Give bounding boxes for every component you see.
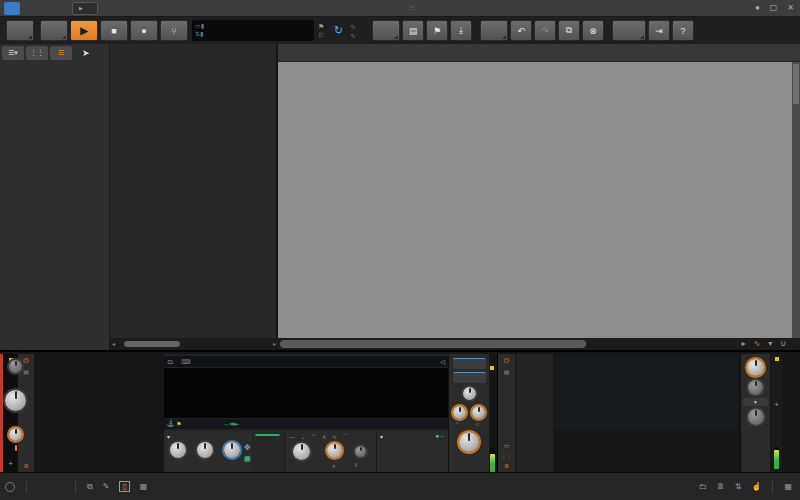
panel-drag-handle-icon[interactable]: ⁙: [408, 4, 416, 13]
dual-display-icon[interactable]: ⧉: [87, 482, 93, 492]
edit-menu-button[interactable]: [480, 20, 508, 41]
transport-toolbar: ▶ ■ ● ⑂ ▭▮⇅▮ ⚑⚐ ↻ ∿∿ ▤ ⚑ ⤓ ↶ ↷ ⧉ ⊗ ⇥ ?: [0, 17, 800, 44]
play-flag-icon[interactable]: ⚑: [176, 421, 181, 427]
grid-panel-toggle-icon[interactable]: ▦: [140, 482, 148, 491]
punch-in-out-icons[interactable]: ⚑⚐: [318, 22, 324, 40]
device-menu-button[interactable]: [612, 20, 646, 41]
env-mod-out-icon[interactable]: ●→: [435, 433, 445, 439]
pitch-knob[interactable]: [5, 390, 26, 411]
record-button[interactable]: ●: [130, 20, 158, 41]
touch-panel-icon[interactable]: ☝: [751, 482, 761, 491]
textures-title[interactable]: ▾: [167, 433, 170, 440]
filter-freq-knob[interactable]: [293, 443, 310, 460]
redo-button[interactable]: ↷: [534, 20, 556, 41]
window-close-icon[interactable]: ✕: [787, 3, 794, 12]
eq-global-column: ▾: [740, 354, 770, 472]
mixer-view-button[interactable]: ☲: [50, 46, 72, 60]
play-anchor-icon[interactable]: ⚓: [167, 421, 175, 427]
piano-keyboard-icon[interactable]: ▦: [784, 482, 792, 491]
tempo-groove-icons[interactable]: ▭▮⇅▮: [195, 22, 204, 38]
add-device-end-button[interactable]: +: [774, 400, 779, 409]
output-meter: [774, 447, 779, 469]
out-knob[interactable]: [459, 432, 479, 452]
marker-button[interactable]: ⚑: [426, 20, 448, 41]
file-menu-button[interactable]: [6, 20, 34, 41]
fx-chain-slot[interactable]: [453, 372, 486, 383]
grid-setting[interactable]: ▾: [768, 339, 772, 348]
shift-knob[interactable]: [748, 380, 763, 395]
save-button[interactable]: ▤: [402, 20, 424, 41]
launcher-panel-toggle-icon[interactable]: ▯: [119, 481, 129, 492]
browser-panel-icon[interactable]: 🗀: [699, 482, 707, 491]
amount-knob[interactable]: [747, 359, 764, 376]
tone-knob[interactable]: [472, 406, 485, 419]
arranger-vscrollbar[interactable]: [792, 62, 800, 338]
inspector-panel-icon[interactable]: 🗎: [717, 482, 725, 491]
plugin-window-button[interactable]: ⇥: [648, 20, 670, 41]
launcher-scrollbar[interactable]: ◂ ▸: [110, 338, 278, 350]
add-modulator-left-icon[interactable]: +: [8, 459, 13, 468]
window-maximize-icon[interactable]: ▢: [770, 3, 778, 12]
scroll-handle[interactable]: [280, 340, 586, 348]
pointer-tool-icon[interactable]: ➤: [82, 48, 90, 58]
io-panel-icon[interactable]: ⇅: [735, 482, 742, 491]
delete-button[interactable]: ⊗: [582, 20, 604, 41]
device-power-icon[interactable]: ⏻: [23, 357, 29, 365]
offset-len[interactable]: [255, 434, 280, 436]
move-xy-icon[interactable]: ✥: [244, 443, 251, 452]
window-settings-icon[interactable]: ●: [755, 3, 760, 12]
filter-shape-icons[interactable]: — ⌄ ⌃ ∧ ∿ ⌒: [289, 433, 351, 442]
envelope-title[interactable]: ▾: [380, 433, 383, 440]
play-menu-button[interactable]: [40, 20, 68, 41]
snap-magnet-icon[interactable]: ∪: [780, 339, 786, 348]
export-button[interactable]: ⤓: [450, 20, 472, 41]
glide-knob[interactable]: [9, 428, 22, 441]
add-menu-button[interactable]: [372, 20, 400, 41]
width-knob[interactable]: [453, 406, 466, 419]
waveform-view[interactable]: [164, 368, 448, 418]
audition-icon[interactable]: ◁: [440, 356, 445, 367]
undo-button[interactable]: ↶: [510, 20, 532, 41]
filter-res-knob[interactable]: [327, 443, 342, 458]
arranger-hscrollbar[interactable]: ▸ ∿ ▾ ∪: [278, 338, 800, 350]
loop-mode-icons[interactable]: →⇉⇤: [223, 421, 239, 427]
follow-playhead-icon[interactable]: ▸: [741, 339, 745, 348]
pan-knob[interactable]: [463, 387, 476, 400]
sampler-device-tab[interactable]: ⏻ ▤ ≋: [18, 354, 34, 472]
select-knob[interactable]: [9, 360, 22, 373]
eq-power-icon[interactable]: ⏻: [504, 357, 510, 365]
motion-knob[interactable]: [224, 442, 240, 458]
help-button[interactable]: ?: [672, 20, 694, 41]
duplicate-button[interactable]: ⧉: [558, 20, 580, 41]
play-button[interactable]: ▶: [70, 20, 98, 41]
eq-device-tab[interactable]: ⏻ ▤ ▭ ⋮⋮ ≋: [497, 354, 515, 472]
stop-button[interactable]: ■: [100, 20, 128, 41]
grain-knob[interactable]: [197, 442, 213, 458]
automation-visible-icon[interactable]: ∿: [753, 339, 760, 348]
output-knob[interactable]: [748, 409, 764, 425]
track-list-view-button[interactable]: ☰▾: [2, 46, 24, 60]
folder-icon[interactable]: 🗀: [167, 358, 174, 365]
mode-dropdown[interactable]: ▾: [743, 398, 768, 406]
grid-view-button[interactable]: ⋮⋮: [26, 46, 48, 60]
tone-icon: ◁: [475, 421, 479, 427]
note-chain-slot[interactable]: [453, 358, 486, 369]
speed-knob[interactable]: [170, 442, 186, 458]
pen-tool-icon[interactable]: ✎: [103, 482, 110, 491]
arranger-timeline: ▸ ∿ ▾ ∪: [278, 44, 800, 350]
eq-curve-display[interactable]: [554, 356, 738, 430]
arranger-automation-icons[interactable]: ∿∿: [350, 22, 356, 40]
beat-ruler[interactable]: [278, 44, 800, 62]
loop-toggle-icon[interactable]: ↻: [334, 24, 343, 37]
project-template-button[interactable]: [4, 2, 20, 15]
info-icon[interactable]: [5, 482, 15, 492]
metronome-button[interactable]: ⑂: [160, 20, 188, 41]
eq-expand-icon[interactable]: ≋: [504, 462, 509, 469]
eq-window-icon[interactable]: ▭: [504, 442, 510, 449]
eq-grid-icon[interactable]: ⋮⋮: [501, 452, 513, 459]
device-expand-icon[interactable]: ≋: [23, 462, 28, 469]
filter-keytrack-knob[interactable]: [355, 446, 366, 457]
project-tab[interactable]: ▶: [72, 2, 98, 15]
device-panel: + ⏻ ▤ ≋ 🗀 ⌨: [0, 350, 800, 472]
grain-grid-icon[interactable]: ▦: [244, 455, 251, 463]
